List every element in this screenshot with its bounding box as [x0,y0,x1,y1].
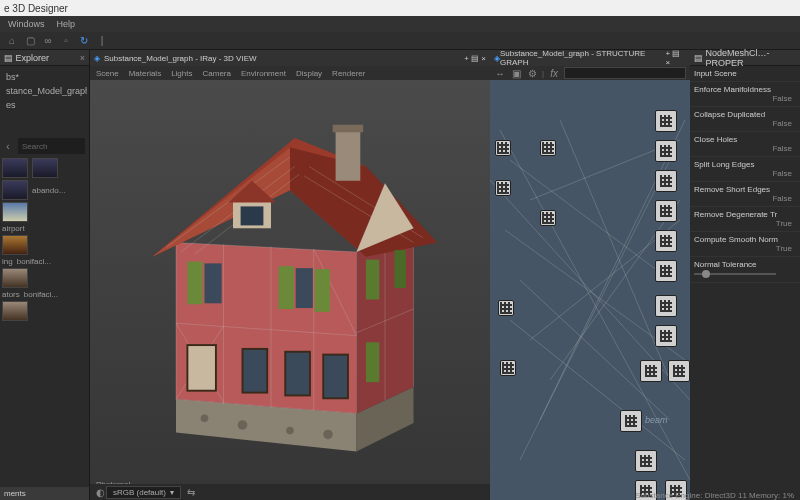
graph-node[interactable] [540,140,556,156]
explorer-title: Explorer [16,53,50,63]
svg-rect-45 [366,342,379,382]
tree-item[interactable]: stance_Model_graph [2,84,87,98]
svg-rect-39 [366,260,379,300]
svg-rect-27 [333,125,363,133]
fx-icon[interactable]: fx [548,67,560,79]
vp-menu-environment[interactable]: Environment [241,69,286,78]
vp-menu-camera[interactable]: Camera [203,69,231,78]
svg-rect-36 [279,266,294,309]
menu-windows[interactable]: Windows [8,19,45,29]
graph-node[interactable] [655,170,677,192]
list-item[interactable]: airport [2,224,87,233]
graph-node[interactable] [655,200,677,222]
explorer-tree: bs* stance_Model_graph es [0,66,89,116]
prop-compute-smooth-normals[interactable]: Compute Smooth NormTrue [690,232,800,257]
properties-title: NodeMeshCl…-PROPER [706,48,796,68]
cube-icon: ◈ [94,54,100,63]
prop-remove-short-edges[interactable]: Remove Short EdgesFalse [690,182,800,207]
graph-tab-title: Substance_Model_graph - STRUCTURE GRAPH [500,49,666,67]
list-item[interactable]: ingbonifaci... [2,257,87,266]
graph-node[interactable] [500,360,516,376]
graph-node[interactable] [640,360,662,382]
graph-node[interactable] [495,180,511,196]
list-item[interactable]: abando... [2,180,87,200]
prop-split-long-edges[interactable]: Split Long EdgesFalse [690,157,800,182]
svg-rect-37 [296,268,313,308]
save-icon[interactable]: ▫ [60,35,72,47]
viewport-panel: ◈ Substance_Model_graph - IRay - 3D VIEW… [90,50,490,500]
menu-icon[interactable]: + ▤ × [464,54,486,63]
graph-canvas[interactable]: beam [490,80,690,500]
list-item[interactable]: atorsbonifaci... [2,290,87,299]
tolerance-slider[interactable] [694,273,776,275]
list-item[interactable] [2,202,87,222]
close-icon[interactable]: + ▤ × [666,49,686,67]
graph-tab[interactable]: ◈ Substance_Model_graph - STRUCTURE GRAP… [490,50,690,66]
svg-rect-40 [395,250,406,288]
camera-icon[interactable]: ▣ [510,67,522,79]
graph-node[interactable] [655,230,677,252]
home-icon[interactable]: ⌂ [6,35,18,47]
refresh-icon[interactable]: ↻ [78,35,90,47]
eye-icon[interactable]: ◐ [94,486,106,498]
menubar: Windows Help [0,16,800,32]
vp-menu-scene[interactable]: Scene [96,69,119,78]
graph-node[interactable] [498,300,514,316]
explorer-panel: ▤ Explorer × bs* stance_Model_graph es ‹… [0,50,90,500]
svg-line-52 [520,280,670,420]
prop-normal-tolerance[interactable]: Normal Tolerance [690,257,800,283]
gear-icon[interactable]: ⚙ [526,67,538,79]
menu-help[interactable]: Help [57,19,76,29]
svg-line-50 [510,160,670,280]
vp-menu-display[interactable]: Display [296,69,322,78]
graph-expression-input[interactable] [564,67,686,79]
graph-node[interactable] [655,110,677,132]
list-item[interactable] [2,268,87,288]
svg-point-47 [238,420,248,430]
vp-menu-materials[interactable]: Materials [129,69,161,78]
svg-rect-33 [241,206,264,225]
viewport-tab-title: Substance_Model_graph - IRay - 3D VIEW [104,54,257,63]
chevron-left-icon[interactable]: ‹ [2,140,14,152]
viewport-canvas[interactable]: Photoreal Iterations: 500/500 Time: 24s/… [90,80,490,500]
graph-node[interactable] [655,325,677,347]
graph-node[interactable] [620,410,642,432]
prop-enforce-manifold[interactable]: Enforce ManifoldnessFalse [690,82,800,107]
graph-node[interactable] [655,140,677,162]
close-icon[interactable]: × [80,53,85,63]
vp-menu-renderer[interactable]: Renderer [332,69,365,78]
graph-node[interactable] [540,210,556,226]
prop-remove-degenerate[interactable]: Remove Degenerate TrTrue [690,207,800,232]
prop-close-holes[interactable]: Close HolesFalse [690,132,800,157]
list-item[interactable] [2,158,87,178]
link-icon[interactable]: ∞ [42,35,54,47]
spacer-icon[interactable]: ↔ [494,67,506,79]
statusbar: Substance Engine: Direct3D 11 Memory: 1% [635,491,794,500]
folder-icon[interactable]: ▢ [24,35,36,47]
tree-item[interactable]: bs* [2,70,87,84]
prop-input-scene: Input Scene [690,66,800,82]
graph-node[interactable] [495,140,511,156]
graph-node[interactable] [668,360,690,382]
pin-icon[interactable]: | [96,35,108,47]
library-search[interactable]: Search [18,138,85,154]
app-title: e 3D Designer [4,3,68,14]
graph-toolbar: ↔ ▣ ⚙ | fx [490,66,690,80]
svg-rect-41 [187,345,216,391]
graph-node[interactable] [655,260,677,282]
graph-node[interactable] [635,450,657,472]
svg-line-53 [550,200,680,380]
viewport-tab[interactable]: ◈ Substance_Model_graph - IRay - 3D VIEW… [90,50,490,66]
tree-item[interactable]: es [2,98,87,112]
list-item[interactable] [2,301,87,321]
vp-menu-lights[interactable]: Lights [171,69,192,78]
svg-point-46 [201,414,209,422]
prop-collapse-duplicated[interactable]: Collapse DuplicatedFalse [690,107,800,132]
lock-icon[interactable]: ⇆ [185,486,197,498]
chevron-down-icon: ▾ [170,488,174,497]
graph-node[interactable] [655,295,677,317]
svg-rect-42 [243,349,268,393]
library-tab[interactable]: ments [0,487,89,500]
list-item[interactable] [2,235,87,255]
colorspace-dropdown[interactable]: sRGB (default)▾ [106,486,181,499]
